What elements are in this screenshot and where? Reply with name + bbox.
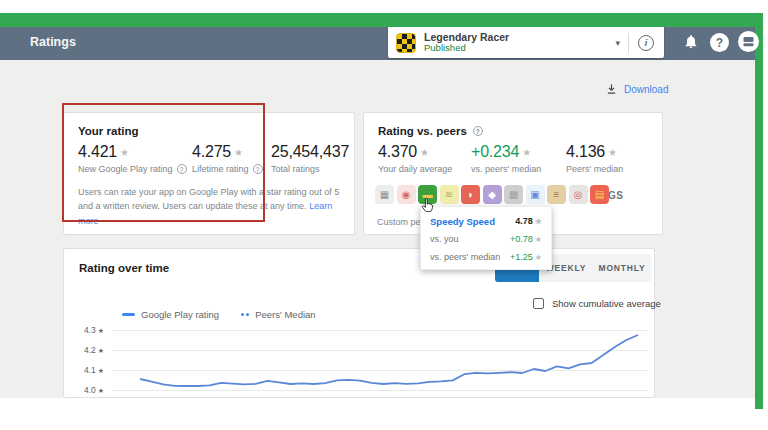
peer-app-icon[interactable]: ≋ — [440, 185, 459, 204]
vs-peers-median-value: +0.234★ — [471, 143, 541, 161]
help-icon[interactable]: ? — [177, 164, 187, 174]
checkbox-unchecked[interactable] — [533, 298, 544, 309]
star-icon: ★ — [522, 147, 531, 158]
line-marker-icon — [122, 313, 135, 316]
show-cumulative-toggle[interactable]: Show cumulative average — [533, 298, 661, 309]
chart-legend: Google Play rating Peers' Median — [122, 309, 316, 320]
star-icon: ★ — [608, 147, 617, 158]
star-icon: ★ — [234, 147, 243, 158]
account-avatar[interactable] — [738, 31, 759, 56]
peer-icons-row: ▦◉▬≋◗◆▩▣≡◎▤ — [375, 185, 609, 204]
star-icon: ★ — [535, 253, 542, 262]
your-rating-card: Your rating 4.421★ New Google Play ratin… — [63, 112, 355, 235]
card-title: Your rating — [78, 125, 138, 137]
help-icon[interactable]: ? — [710, 33, 729, 52]
help-icon[interactable]: ? — [473, 126, 483, 136]
help-icon[interactable]: ? — [253, 164, 263, 174]
card-title: Rating vs. peers — [378, 125, 467, 137]
rating-description: Users can rate your app on Google Play w… — [78, 185, 352, 228]
star-icon: ★ — [120, 147, 129, 158]
play-console-ratings-page: Ratings Legendary Racer Published ▾ i ? … — [0, 0, 768, 430]
notifications-bell-icon[interactable] — [683, 33, 699, 54]
peer-gs-label[interactable]: GS — [608, 190, 623, 201]
lifetime-rating-value: 4.275★ — [192, 143, 263, 161]
app-selector[interactable]: Legendary Racer Published ▾ i — [388, 27, 664, 58]
peer-app-icon[interactable]: ◆ — [483, 185, 502, 204]
new-rating-value: 4.421★ — [78, 143, 187, 161]
tooltip-row-label: vs. peers' median — [430, 252, 500, 262]
side-green-bar — [755, 13, 763, 409]
peers-median-value: 4.136★ — [566, 143, 623, 161]
total-ratings-value: 25,454,437 — [271, 143, 349, 161]
legend-peers-median: Peers' Median — [241, 309, 315, 320]
peer-app-icon[interactable]: ◎ — [569, 185, 588, 204]
download-icon — [606, 83, 617, 95]
peer-tooltip: Speedy Speed 4.78★ vs. you +0.78★ vs. pe… — [420, 206, 552, 270]
peer-app-icon[interactable]: ▦ — [375, 185, 394, 204]
tab-monthly[interactable]: MONTHLY — [593, 254, 651, 282]
app-status: Published — [424, 43, 509, 54]
peer-app-icon[interactable]: ▬ — [418, 185, 437, 204]
top-green-bar — [0, 13, 763, 27]
metric-label: Lifetime rating — [192, 164, 249, 174]
card-title: Rating over time — [79, 262, 169, 274]
dots-marker-icon — [241, 313, 249, 316]
tooltip-row-label: vs. you — [430, 234, 459, 244]
divider — [628, 33, 629, 53]
star-icon: ★ — [535, 217, 542, 226]
y-tick-label: 4.3★ — [70, 325, 104, 335]
download-label: Download — [624, 84, 668, 95]
download-button[interactable]: Download — [606, 83, 668, 95]
peer-app-icon[interactable]: ▩ — [504, 185, 523, 204]
app-logo-icon — [396, 33, 416, 53]
info-icon[interactable]: i — [638, 35, 654, 51]
chevron-down-icon[interactable]: ▾ — [607, 38, 628, 48]
legend-google-play-rating: Google Play rating — [122, 309, 219, 320]
page-title: Ratings — [30, 35, 76, 49]
peer-app-icon[interactable]: ◗ — [461, 185, 480, 204]
peer-app-icon[interactable]: ◉ — [397, 185, 416, 204]
y-tick-label: 4.0★ — [70, 385, 104, 395]
checkbox-label: Show cumulative average — [552, 298, 661, 309]
peer-app-icon[interactable]: ▤ — [590, 185, 609, 204]
y-tick-label: 4.2★ — [70, 345, 104, 355]
star-icon: ★ — [535, 235, 542, 244]
tooltip-app-name: Speedy Speed — [430, 216, 495, 227]
y-tick-label: 4.1★ — [70, 365, 104, 375]
metric-label: Total ratings — [271, 164, 320, 174]
peer-app-icon[interactable]: ▣ — [526, 185, 545, 204]
peer-app-icon[interactable]: ≡ — [547, 185, 566, 204]
star-icon: ★ — [420, 147, 429, 158]
daily-average-value: 4.370★ — [378, 143, 452, 161]
metric-label: New Google Play rating — [78, 164, 173, 174]
